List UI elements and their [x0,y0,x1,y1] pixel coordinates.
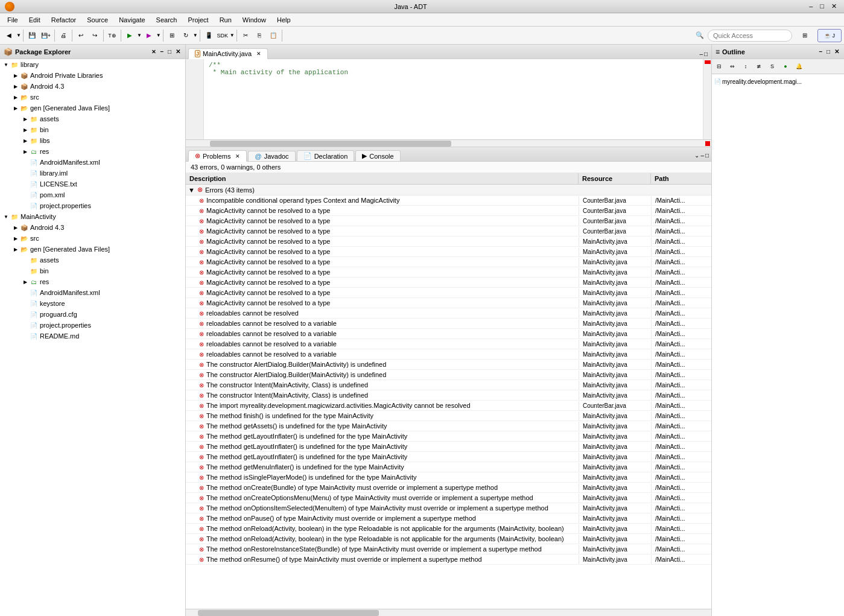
menu-item-project[interactable]: Project [183,15,213,25]
menu-item-help[interactable]: Help [272,15,296,25]
error-row-0[interactable]: ⊗Incompatible conditional operand types … [186,195,711,206]
tree-item-ma-project-props[interactable]: 📄project.properties [0,320,185,331]
package-explorer-maximize[interactable]: □ [167,48,173,55]
toolbar-save-btn[interactable]: 💾 [25,29,39,42]
toolbar-run2-btn[interactable]: ▶ [142,29,156,42]
toolbar-redo-btn[interactable]: ↪ [88,29,101,42]
toolbar-cut-btn[interactable]: ✂ [239,29,252,42]
toolbar-run2-dropdown[interactable]: ▼ [156,33,161,38]
editor-tab-close[interactable]: ✕ [256,51,261,57]
toolbar-print-btn[interactable]: 🖨 [57,29,70,42]
error-row-9[interactable]: ⊗MagicActivity cannot be resolved to a t… [186,288,711,298]
tree-item-ma-AndroidManifest[interactable]: 📄AndroidManifest.xml [0,287,185,298]
tree-item-library[interactable]: ▼📁library [0,59,185,70]
tree-item-ma-proguard[interactable]: 📄proguard.cfg [0,309,185,320]
error-row-4[interactable]: ⊗MagicActivity cannot be resolved to a t… [186,237,711,247]
menu-item-file[interactable]: File [2,15,23,25]
toolbar-save-all-btn[interactable]: 💾+ [39,29,52,42]
error-row-7[interactable]: ⊗MagicActivity cannot be resolved to a t… [186,267,711,278]
tree-item-ma-src[interactable]: ▶📂src [0,233,185,244]
error-row-26[interactable]: ⊗The method getMenuInflater() is undefin… [186,462,711,472]
error-row-19[interactable]: ⊗The constructor Intent(MainActivity, Cl… [186,390,711,401]
tree-item-ma-bin[interactable]: 📁bin [0,265,185,276]
error-group-header[interactable]: ▼ ⊗ Errors (43 items) [186,185,711,195]
error-row-28[interactable]: ⊗The method onCreate(Bundle) of type Mai… [186,483,711,493]
menu-item-navigate[interactable]: Navigate [114,15,150,25]
bottom-panel-minimize[interactable]: – [700,152,704,159]
error-row-8[interactable]: ⊗MagicActivity cannot be resolved to a t… [186,278,711,288]
toolbar-back-dropdown[interactable]: ▼ [16,33,21,38]
editor-tab-mainactivity[interactable]: J MainActivity.java ✕ [188,48,268,59]
tree-item-AndroidManifest[interactable]: 📄AndroidManifest.xml [0,157,185,168]
bottom-hscrollbar[interactable] [186,609,711,616]
col-path[interactable]: Path [651,173,711,184]
toolbar-java-perspective-btn[interactable]: ☕ J [817,29,842,42]
outline-hide-nonpublic[interactable]: ● [779,60,792,72]
tree-arrow-android-private[interactable]: ▶ [12,73,19,78]
error-row-5[interactable]: ⊗MagicActivity cannot be resolved to a t… [186,247,711,257]
error-row-25[interactable]: ⊗The method getLayoutInflater() is undef… [186,452,711,462]
tree-arrow-ma-gen[interactable]: ▶ [12,247,19,252]
tree-item-ma-readme[interactable]: 📄README.md [0,331,185,341]
tree-item-android-43[interactable]: ▶📦Android 4.3 [0,81,185,92]
toolbar-open-type-btn[interactable]: T⊕ [106,29,119,42]
error-row-27[interactable]: ⊗The method isSinglePlayerMode() is unde… [186,472,711,483]
bottom-panel-maximize[interactable]: □ [705,152,709,159]
error-row-35[interactable]: ⊗The method onResume() of type MainActiv… [186,554,711,565]
error-row-11[interactable]: ⊗reloadables cannot be resolvedMainActiv… [186,308,711,319]
tree-item-gen[interactable]: ▶📂gen [Generated Java Files] [0,103,185,113]
error-row-21[interactable]: ⊗The method finish() is undefined for th… [186,411,711,421]
tree-arrow-bin[interactable]: ▶ [22,127,29,133]
outline-maximize[interactable]: □ [825,48,831,55]
tab-problems[interactable]: ⊗ Problems ✕ [188,150,247,162]
tree-arrow-ma-src[interactable]: ▶ [12,236,19,241]
package-explorer-close[interactable]: ✕ [174,48,182,55]
outline-close[interactable]: ✕ [833,48,840,55]
col-description[interactable]: Description [186,173,579,184]
tree-arrow-ma-android-43[interactable]: ▶ [12,225,19,230]
tree-item-assets[interactable]: ▶📁assets [0,113,185,124]
toolbar-android-btn[interactable]: 📱 [202,29,215,42]
toolbar-copy-btn[interactable]: ⎘ [253,29,266,42]
toolbar-ext2-btn[interactable]: ↻ [179,29,192,42]
error-row-14[interactable]: ⊗reloadables cannot be resolved to a var… [186,339,711,349]
tree-item-ma-keystore[interactable]: 📄keystore [0,298,185,309]
tab-javadoc[interactable]: @ Javadoc [248,151,295,161]
tree-arrow-assets[interactable]: ▶ [22,116,29,122]
tree-arrow-libs[interactable]: ▶ [22,138,29,144]
tree-item-ma-android-43[interactable]: ▶📦Android 4.3 [0,222,185,233]
error-row-13[interactable]: ⊗reloadables cannot be resolved to a var… [186,329,711,339]
tree-item-ma-res[interactable]: ▶🗂res [0,276,185,287]
editor-scrollbar-right[interactable] [703,59,711,139]
outline-hide-fields[interactable]: ≢ [753,60,765,72]
bottom-panel-chevron[interactable]: ⌄ [694,152,699,159]
editor-maximize-btn[interactable]: □ [704,51,708,57]
error-row-17[interactable]: ⊗The constructor AlertDialog.Builder(Mai… [186,370,711,380]
tree-arrow-library[interactable]: ▼ [2,62,10,68]
error-row-23[interactable]: ⊗The method getLayoutInflater() is undef… [186,431,711,442]
tree-arrow-src[interactable]: ▶ [12,95,19,100]
error-row-31[interactable]: ⊗The method onPause() of type MainActivi… [186,513,711,524]
error-row-24[interactable]: ⊗The method getLayoutInflater() is undef… [186,442,711,452]
toolbar-sdk-dropdown[interactable]: ▼ [230,33,235,38]
outline-item-1[interactable]: 📄 myreality.development.magi... [714,77,842,86]
problems-close-icon[interactable]: ✕ [235,153,240,159]
tree-arrow-res[interactable]: ▶ [22,149,29,154]
tree-arrow-ma-res[interactable]: ▶ [22,279,29,285]
error-row-22[interactable]: ⊗The method getAssets() is undefined for… [186,421,711,431]
tree-item-src[interactable]: ▶📂src [0,92,185,103]
error-row-6[interactable]: ⊗MagicActivity cannot be resolved to a t… [186,257,711,267]
outline-link-editor[interactable]: ⇔ [726,60,738,72]
toolbar-run-btn[interactable]: ▶ [123,29,136,42]
col-resource[interactable]: Resource [579,173,651,184]
editor-minimize-btn[interactable]: – [699,51,703,57]
minimize-button[interactable]: – [807,2,815,10]
maximize-button[interactable]: □ [817,2,827,10]
tree-arrow-MainActivity[interactable]: ▼ [2,214,10,220]
outline-sort[interactable]: ↕ [740,60,752,72]
outline-hide-static[interactable]: S [766,60,778,72]
toolbar-ext-btn[interactable]: ⊞ [165,29,179,42]
tree-arrow-gen[interactable]: ▶ [12,106,19,111]
tree-item-library-iml[interactable]: 📄library.iml [0,168,185,179]
tab-declaration[interactable]: 📄 Declaration [297,150,355,161]
